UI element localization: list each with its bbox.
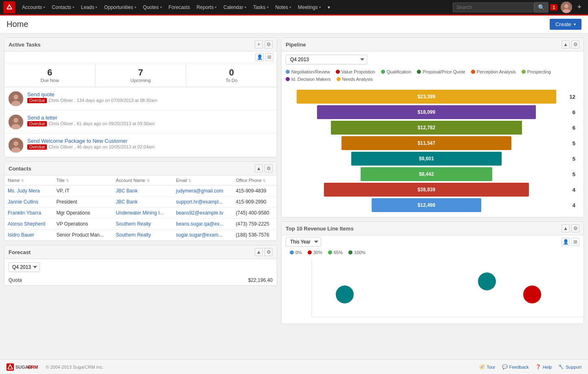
todo-count: 0 — [190, 67, 273, 78]
contact-email-link[interactable]: beans92@example.tv — [176, 210, 223, 216]
contact-email-link[interactable]: beans.sugar.qa@ex... — [176, 221, 224, 227]
contacts-settings-button[interactable]: ⚙ — [264, 164, 273, 173]
revenue-legend: 0% 30% 65% 100% — [282, 248, 584, 258]
revenue-legend-dot — [308, 250, 312, 254]
contact-account-link[interactable]: JBC Bank — [116, 188, 137, 194]
nav-item-meetings[interactable]: Meetings ▾ — [295, 0, 324, 15]
search-button[interactable]: 🔍 — [534, 2, 548, 13]
nav-arrow-leads: ▾ — [95, 5, 97, 9]
contacts-panel-header: Contacts ▲ ⚙ — [4, 162, 277, 175]
contact-name-link[interactable]: Alonso Shepherd — [8, 221, 45, 227]
contact-email-link[interactable]: judymera@gmail.com — [176, 188, 223, 194]
create-arrow-icon: ▾ — [574, 22, 576, 27]
search-input[interactable] — [453, 2, 534, 12]
contacts-collapse-button[interactable]: ▲ — [255, 164, 263, 173]
nav-item-leads[interactable]: Leads ▾ — [78, 0, 101, 15]
nav-item-opportunities[interactable]: Opportunities ▾ — [101, 0, 139, 15]
pipeline-settings-button[interactable]: ⚙ — [571, 40, 579, 49]
nav-item-calendar[interactable]: Calendar ▾ — [220, 0, 250, 15]
task-link[interactable]: Send Welcome Package to New Customer — [27, 138, 128, 144]
pipeline-quarter-select[interactable]: Q4 2013 — [286, 55, 367, 64]
revenue-settings-button[interactable]: ⚙ — [571, 224, 579, 232]
active-tasks-add-button[interactable]: + — [255, 40, 263, 49]
revenue-period-select[interactable]: This Year — [286, 237, 321, 247]
nav-arrow-tasks: ▾ — [267, 5, 269, 9]
contact-email-link[interactable]: support.hr@exampl... — [176, 199, 223, 205]
revenue-panel: Top 10 Revenue Line Items ▲ ⚙ This Year … — [281, 221, 584, 324]
funnel-bar[interactable]: $18,099 — [317, 105, 536, 119]
forecast-quarter-select[interactable]: Q4 2013 — [9, 262, 40, 272]
contacts-table: Name ⇅Title ⇅Account Name ⇅Email ⇅Office… — [4, 175, 277, 241]
legend-dot — [286, 77, 290, 81]
contacts-col-header[interactable]: Office Phone ⇅ — [233, 175, 277, 186]
funnel-bar[interactable]: $12,782 — [331, 121, 522, 135]
funnel-bar[interactable]: $38,939 — [324, 183, 529, 197]
contact-account-link[interactable]: Southern Realty — [116, 221, 151, 227]
revenue-legend-dot — [290, 250, 294, 254]
legend-label: Negotiation/Review — [291, 69, 330, 74]
contact-name-link[interactable]: Ms. Judy Mera — [8, 188, 40, 194]
nav-item-tasks[interactable]: Tasks ▾ — [250, 0, 272, 15]
nav-item-forecasts[interactable]: Forecasts — [165, 0, 194, 15]
contact-name-link[interactable]: Isidro Bauer — [8, 232, 34, 238]
contact-email-link[interactable]: sugar.sugar@exam... — [176, 232, 222, 238]
task-person-button[interactable]: 👤 — [255, 53, 264, 61]
nav-item-reports[interactable]: Reports ▾ — [193, 0, 220, 15]
contact-name-link[interactable]: Jannie Cullins — [8, 199, 38, 205]
contact-name-link[interactable]: Franklin Ybarra — [8, 210, 41, 216]
contact-account-link[interactable]: Southern Realty — [116, 232, 151, 238]
revenue-header-controls: 👤 ⊞ — [562, 238, 579, 246]
contacts-col-header[interactable]: Title ⇅ — [53, 175, 112, 186]
footer-help-link[interactable]: ❓ Help — [535, 364, 552, 370]
funnel-count: 6 — [563, 125, 575, 131]
table-row: Alonso Shepherd VP Operations Southern R… — [4, 219, 277, 230]
funnel-count: 4 — [563, 187, 575, 193]
create-button[interactable]: Create ▾ — [550, 19, 581, 30]
funnel-bar[interactable]: $12,498 — [372, 198, 481, 212]
nav-item-accounts[interactable]: Accounts ▾ — [19, 0, 48, 15]
revenue-panel-title: Top 10 Revenue Line Items — [286, 226, 354, 232]
contacts-col-header[interactable]: Account Name ⇅ — [112, 175, 172, 186]
legend-dot — [471, 70, 475, 74]
funnel-bar[interactable]: $11,547 — [341, 136, 511, 150]
contact-email-cell: support.hr@exampl... — [173, 197, 233, 208]
contact-account-link[interactable]: JBC Bank — [116, 199, 137, 205]
funnel-bar[interactable]: $23,399 — [297, 90, 556, 104]
revenue-legend-item: 65% — [328, 250, 343, 255]
funnel-bar[interactable]: $8,442 — [361, 167, 492, 181]
app-logo[interactable] — [3, 1, 15, 13]
contact-title-cell: Senior Product Man... — [53, 230, 112, 241]
task-avatar — [9, 138, 23, 153]
contact-phone-cell: (188) 536-7576 — [233, 230, 277, 241]
footer-feedback-link[interactable]: 💬 Feedback — [502, 364, 529, 370]
task-stat-upcoming: 7 Upcoming — [95, 63, 186, 87]
contacts-col-header[interactable]: Email ⇅ — [173, 175, 233, 186]
due-now-count: 6 — [9, 67, 91, 78]
user-avatar[interactable] — [561, 2, 572, 13]
footer-tour-link[interactable]: 🧭 Tour — [479, 364, 495, 370]
revenue-grid-button[interactable]: ⊞ — [571, 238, 579, 246]
funnel-row: $12,782 6 — [290, 120, 575, 135]
contact-account-link[interactable]: Underwater Mining I... — [116, 210, 163, 216]
contacts-panel-controls: ▲ ⚙ — [255, 164, 273, 173]
footer-support-link[interactable]: 🔧 Support — [558, 364, 581, 370]
pipeline-collapse-button[interactable]: ▲ — [562, 40, 570, 49]
funnel-bar[interactable]: $9,601 — [351, 152, 502, 166]
nav-item-notes[interactable]: Notes ▾ — [272, 0, 295, 15]
forecast-settings-button[interactable]: ⚙ — [264, 248, 273, 256]
task-link[interactable]: Send quote — [27, 91, 55, 97]
revenue-collapse-button[interactable]: ▲ — [562, 224, 570, 232]
nav-item-contacts[interactable]: Contacts ▾ — [48, 0, 77, 15]
nav-item-quotes[interactable]: Quotes ▾ — [140, 0, 165, 15]
contact-email-cell: sugar.sugar@exam... — [173, 230, 233, 241]
add-button[interactable]: + — [574, 3, 585, 11]
active-tasks-settings-button[interactable]: ⚙ — [264, 40, 273, 49]
task-link[interactable]: Send a letter — [27, 115, 57, 121]
funnel-bar-wrap: $38,939 — [290, 182, 563, 197]
notification-badge[interactable]: 1 — [550, 4, 557, 11]
nav-item-more[interactable]: ▾ — [324, 0, 333, 15]
revenue-person-button[interactable]: 👤 — [562, 238, 570, 246]
forecast-collapse-button[interactable]: ▲ — [255, 248, 263, 256]
task-grid-button[interactable]: ⊞ — [265, 53, 273, 61]
contacts-col-header[interactable]: Name ⇅ — [4, 175, 53, 186]
